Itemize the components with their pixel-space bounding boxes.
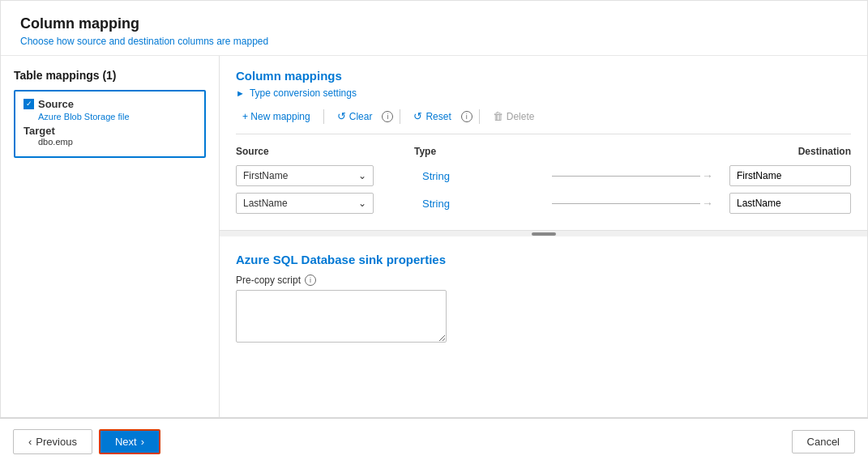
type-col-header: Type <box>414 146 544 157</box>
target-sub-label: dbo.emp <box>24 137 196 147</box>
pre-copy-textarea[interactable] <box>236 290 447 343</box>
page-subtitle[interactable]: Choose how source and destination column… <box>20 36 848 47</box>
sink-title: Azure SQL Database sink properties <box>236 253 851 266</box>
next-button[interactable]: Next › <box>99 429 160 454</box>
right-panel: Column mappings ► Type conversion settin… <box>220 56 867 417</box>
source-cell-1: FirstName ⌄ <box>236 165 414 186</box>
target-label: Target <box>24 125 55 137</box>
table-row: LastName ⌄ String → <box>236 193 851 214</box>
chevron-left-icon: ‹ <box>28 436 32 448</box>
clear-icon: ↺ <box>337 110 346 122</box>
table-mappings-title: Table mappings (1) <box>14 69 206 82</box>
chevron-right-icon: › <box>141 436 144 448</box>
reset-icon: ↺ <box>413 110 422 122</box>
mapping-toolbar: + New mapping ↺ Clear i ↺ Reset i <box>236 107 851 134</box>
page-title: Column mapping <box>20 15 848 32</box>
source-cell-2: LastName ⌄ <box>236 193 414 214</box>
mapping-source-row: Source <box>24 98 196 110</box>
delete-button[interactable]: 🗑 Delete <box>486 107 541 126</box>
mapping-table-header: Source Type Destination <box>236 143 851 160</box>
col-mappings-section: Column mappings ► Type conversion settin… <box>236 69 851 220</box>
dest-cell-1 <box>721 165 851 186</box>
source-label: Source <box>38 98 74 110</box>
toolbar-divider-3 <box>479 109 480 124</box>
clear-info-icon[interactable]: i <box>382 111 393 122</box>
col-mappings-title: Column mappings <box>236 69 851 83</box>
type-cell-2: String <box>414 198 544 210</box>
source-checkbox[interactable] <box>24 99 34 109</box>
type-cell-1: String <box>414 170 544 182</box>
arrow-head-icon-2: → <box>702 197 713 210</box>
new-mapping-button[interactable]: + New mapping <box>236 108 317 126</box>
pre-copy-info-icon[interactable]: i <box>305 275 316 286</box>
table-row: FirstName ⌄ String → <box>236 165 851 186</box>
cancel-button[interactable]: Cancel <box>792 430 855 453</box>
source-select-2[interactable]: LastName ⌄ <box>236 193 374 214</box>
chevron-down-icon: ⌄ <box>358 198 366 209</box>
source-sub-label[interactable]: Azure Blob Storage file <box>24 112 196 121</box>
page-header: Column mapping Choose how source and des… <box>1 1 867 56</box>
delete-icon: 🗑 <box>493 110 503 122</box>
toolbar-divider-2 <box>400 109 400 124</box>
dest-input-2[interactable] <box>729 193 851 214</box>
source-col-header: Source <box>236 146 414 157</box>
arrow-line-1: → <box>544 169 721 182</box>
footer: ‹ Previous Next › Cancel <box>0 418 868 464</box>
type-conversion-row[interactable]: ► Type conversion settings <box>236 87 851 99</box>
mapping-table: FirstName ⌄ String → <box>236 165 851 214</box>
content-area: Table mappings (1) Source Azure Blob Sto… <box>1 56 867 417</box>
destination-col-header: Destination <box>721 146 851 157</box>
table-mapping-item[interactable]: Source Azure Blob Storage file Target db… <box>14 90 206 158</box>
dest-cell-2 <box>721 193 851 214</box>
reset-info-icon[interactable]: i <box>461 111 472 122</box>
previous-button[interactable]: ‹ Previous <box>13 429 92 454</box>
dest-input-1[interactable] <box>729 165 851 186</box>
scroll-indicator <box>220 230 867 236</box>
line-1 <box>552 176 700 177</box>
chevron-right-icon: ► <box>236 88 245 98</box>
source-select-1[interactable]: FirstName ⌄ <box>236 165 374 186</box>
left-panel: Table mappings (1) Source Azure Blob Sto… <box>1 56 220 417</box>
sink-section: Azure SQL Database sink properties Pre-c… <box>236 253 851 345</box>
line-2 <box>552 203 700 204</box>
arrow-head-icon-1: → <box>702 169 713 182</box>
scroll-thumb <box>532 232 556 236</box>
chevron-down-icon: ⌄ <box>358 170 366 181</box>
footer-left: ‹ Previous Next › <box>13 429 160 454</box>
clear-button[interactable]: ↺ Clear <box>331 107 379 126</box>
arrow-line-2: → <box>544 197 721 210</box>
pre-copy-label: Pre-copy script i <box>236 275 851 286</box>
type-conversion-label[interactable]: Type conversion settings <box>250 87 357 99</box>
reset-button[interactable]: ↺ Reset <box>407 107 457 126</box>
toolbar-divider-1 <box>323 109 324 124</box>
